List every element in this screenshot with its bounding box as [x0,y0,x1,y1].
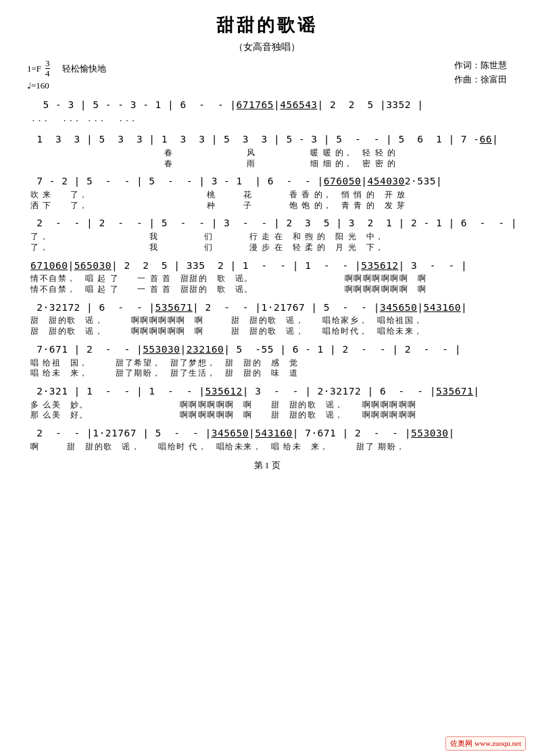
header-left: 1=F 3 4 轻松愉快地 ♩=160 [27,59,106,91]
lyric-row-3b: 洒 下 了， 种 子 饱 饱 的， 青 青 的 发 芽 [30,201,504,211]
row-group-5: 671060|565030| 2 2 5 | 335 2 | 1 - - | 1… [30,259,504,295]
page-title: 甜甜的歌谣 [27,14,507,37]
lyric-row-4a: 了， 我 们 行 走 在 和 煦 的 阳 光 中， [30,231,504,243]
notation-row-5: 671060|565030| 2 2 5 | 335 2 | 1 - - | 1… [30,259,504,274]
key-time: 1=F 3 4 轻松愉快地 [27,59,106,79]
time-denominator: 4 [45,68,50,78]
lyric-row-8b: 那 么美 好。 啊啊啊啊啊啊 啊 甜 甜的歌 谣， 啊啊啊啊啊啊 [30,410,504,421]
subtitle: （女高音独唱） [27,41,507,53]
lyric-row-5a: 情不自禁， 唱 起 了 一 首 首 甜甜的 歌 谣。 啊啊啊啊啊啊啊 啊 [30,273,504,284]
time-numerator: 3 [45,59,50,68]
row-group-6: 2·32172 | 6 - - |535671| 2 - - |1·21767 … [30,301,504,337]
lyric-row-4b: 了， 我 们 漫 步 在 轻 柔 的 月 光 下， [30,243,504,253]
notation-row-2b: 1 3 3 | 5 3 3 | 1 3 3 | 5 3 3 | 5 - 3 | … [30,132,504,147]
lyric-row-2a: 春 风 暖 暖 的， 轻 轻 的 [30,147,504,159]
lyric-row-5b: 情不自禁， 唱 起 了 一 首 首 甜甜的 歌 谣。 啊啊啊啊啊啊啊 啊 [30,284,504,295]
watermark: 佐奥网 www.zuoqu.net [445,736,526,751]
lyric-row-2b: 春 雨 细 细 的， 密 密 的 [30,159,504,170]
notation-row-7: 7·671 | 2 - - |553030|232160| 5 -55 | 6 … [30,343,504,357]
notation-row-6: 2·32172 | 6 - - |535671| 2 - - |1·21767 … [30,301,504,316]
lyric-row-9a: 啊 甜 甜的歌 谣， 唱给时 代， 唱给未来， 唱 给未 来， 甜了 期盼， [30,441,504,453]
page: 甜甜的歌谣 （女高音独唱） 1=F 3 4 轻松愉快地 ♩=160 作词：陈世慧… [0,0,534,756]
notation-row-3: 7 - 2 | 5 - - | 5 - - | 3 - 1 | 6 - - |6… [30,174,504,189]
lyric-row-7b: 唱 给未 来， 甜了期盼， 甜了生活， 甜 甜的 味 道 [30,368,504,379]
author: 作词：陈世慧 [454,59,507,73]
notation-row-9: 2 - - |1·21767 | 5 - - |345650|543160| 7… [30,426,504,441]
row-group-4: 2 - - | 2 - - | 5 - - | 3 - - | 2 3 5 | … [30,216,504,253]
tempo-value: ♩=160 [27,80,106,91]
row-group-3: 7 - 2 | 5 - - | 5 - - | 3 - 1 | 6 - - |6… [30,174,504,211]
key-label: 1=F [27,64,41,74]
notation-row-8: 2·321 | 1 - - | 1 - - |535612| 3 - - | 2… [30,384,504,399]
row-group-8: 2·321 | 1 - - | 1 - - |535612| 3 - - | 2… [30,384,504,421]
notation-row-4: 2 - - | 2 - - | 5 - - | 3 - - | 2 3 5 | … [30,216,504,231]
lyric-row-8a: 多 么美 妙。 啊啊啊啊啊啊 啊 甜 甜的歌 谣， 啊啊啊啊啊啊 [30,399,504,411]
time-signature: 3 4 [45,59,50,79]
header-right: 作词：陈世慧 作曲：徐富田 [454,59,507,87]
row-group-2: ̇ ̇ ̇ ̇ ̇ ̇ ̇ ̇ ̇ ̇ ̇ ̇ 1 3 3 | 5 3 3 | … [30,118,504,169]
notation-row-2: ̇ ̇ ̇ ̇ ̇ ̇ ̇ ̇ ̇ ̇ ̇ ̇ [30,118,504,132]
lyric-row-7a: 唱 给祖 国， 甜了希望， 甜了梦想， 甜 甜的 感 觉 [30,357,504,369]
lyric-row-3a: 吹 来 了， 桃 花 香 香 的， 悄 悄 的 开 放 [30,189,504,201]
row-group-1: 5 - 3 | 5 - - 3 - 1 | 6 - - |671765|4565… [30,98,504,113]
composer: 作曲：徐富田 [454,73,507,87]
row-group-7: 7·671 | 2 - - |553030|232160| 5 -55 | 6 … [30,343,504,379]
lyric-row-6a: 甜 甜的歌 谣， 啊啊啊啊啊啊 啊 甜 甜的歌 谣， 唱给家乡， 唱给祖国， [30,315,504,326]
notation-row-1: 5 - 3 | 5 - - 3 - 1 | 6 - - |671765|4565… [30,98,504,113]
page-footer: 第 1 页 [27,459,507,475]
tempo-label: 轻松愉快地 [62,63,106,75]
row-group-9: 2 - - |1·21767 | 5 - - |345650|543160| 7… [30,426,504,453]
header-row: 1=F 3 4 轻松愉快地 ♩=160 作词：陈世慧 作曲：徐富田 [27,59,507,91]
music-content: 5 - 3 | 5 - - 3 - 1 | 6 - - |671765|4565… [27,98,507,453]
lyric-row-6b: 甜 甜的歌 谣， 啊啊啊啊啊啊 啊 甜 甜的歌 谣， 唱给时代， 唱给未来， [30,326,504,337]
